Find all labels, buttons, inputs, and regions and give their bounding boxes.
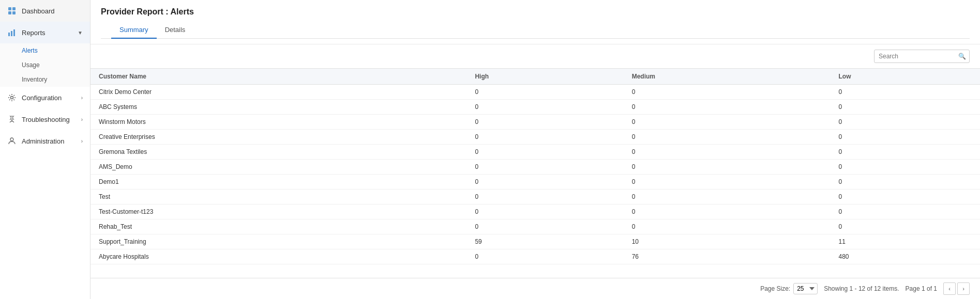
pagination-next-button[interactable]: ›	[957, 282, 970, 295]
table-row: Test000	[91, 190, 980, 204]
cell-customer-name: Citrix Demo Center	[91, 85, 466, 100]
table-row: Demo1000	[91, 175, 980, 190]
troubleshooting-chevron: ›	[81, 117, 83, 122]
svg-rect-1	[12, 7, 16, 10]
content-area: 🔍 Customer Name High Medium Low Citrix D…	[91, 44, 980, 299]
troubleshooting-label: Troubleshooting	[22, 116, 76, 123]
table-row: Rehab_Test000	[91, 219, 980, 234]
table-footer: Page Size: 25 10 50 100 Showing 1 - 12 o…	[91, 278, 980, 299]
cell-low: 0	[830, 190, 980, 204]
col-low: Low	[830, 69, 980, 85]
sidebar-item-reports[interactable]: Reports ▼	[0, 22, 90, 43]
tab-details[interactable]: Details	[157, 22, 194, 39]
svg-rect-0	[8, 7, 11, 10]
cell-medium: 0	[624, 85, 831, 100]
search-input[interactable]	[874, 50, 970, 63]
cell-high: 0	[466, 115, 623, 130]
cell-low: 11	[830, 234, 980, 249]
col-high: High	[466, 69, 623, 85]
troubleshooting-icon	[7, 115, 17, 124]
svg-point-8	[10, 138, 13, 141]
cell-high: 0	[466, 190, 623, 204]
cell-customer-name: Abycare Hospitals	[91, 249, 466, 264]
cell-high[interactable]: 0	[466, 204, 623, 219]
table-row: ABC Systems000	[91, 100, 980, 115]
col-customer-name: Customer Name	[91, 69, 466, 85]
table-row: Gremona Textiles000	[91, 145, 980, 160]
pagination-page: Page 1 of 1	[906, 285, 937, 292]
page-size-select[interactable]: 25 10 50 100	[793, 283, 818, 294]
sidebar-item-inventory[interactable]: Inventory	[0, 72, 90, 87]
cell-low: 0	[830, 219, 980, 234]
sidebar: Dashboard Reports ▼ Alerts Usage Invento…	[0, 0, 91, 299]
sidebar-item-configuration[interactable]: Configuration ›	[0, 87, 90, 108]
table-row: Abycare Hospitals076480	[91, 249, 980, 264]
search-input-wrap: 🔍	[874, 50, 970, 63]
page-size-wrap: Page Size: 25 10 50 100	[760, 283, 818, 294]
cell-medium: 0	[624, 100, 831, 115]
table-row: AMS_Demo000	[91, 160, 980, 175]
page-title: Provider Report : Alerts	[101, 7, 194, 16]
svg-point-7	[11, 97, 13, 99]
cell-medium: 0	[624, 160, 831, 175]
sidebar-item-usage[interactable]: Usage	[0, 58, 90, 72]
configuration-chevron: ›	[81, 95, 83, 101]
svg-rect-3	[12, 11, 16, 14]
cell-low: 480	[830, 249, 980, 264]
cell-low: 0	[830, 115, 980, 130]
reports-label: Reports	[22, 29, 72, 37]
cell-customer-name: Winstorm Motors	[91, 115, 466, 130]
pagination-info: Showing 1 - 12 of 12 items.	[824, 285, 899, 292]
table-row: Creative Enterprises000	[91, 130, 980, 145]
cell-high[interactable]: 0	[466, 145, 623, 160]
cell-customer-name: Creative Enterprises	[91, 130, 466, 145]
cell-low: 0	[830, 85, 980, 100]
pagination-buttons: ‹ ›	[943, 282, 970, 295]
table-row: Test-Customer-t123000	[91, 204, 980, 219]
cell-high[interactable]: 0	[466, 219, 623, 234]
cell-low: 0	[830, 145, 980, 160]
svg-rect-6	[13, 29, 15, 36]
svg-rect-4	[8, 33, 10, 36]
cell-low: 0	[830, 130, 980, 145]
cell-customer-name: Rehab_Test	[91, 219, 466, 234]
table-header-row: Customer Name High Medium Low	[91, 69, 980, 85]
sidebar-item-alerts[interactable]: Alerts	[0, 43, 90, 58]
sidebar-item-administration[interactable]: Administration ›	[0, 130, 90, 152]
cell-medium: 0	[624, 175, 831, 190]
reports-icon	[7, 28, 17, 37]
cell-high[interactable]: 0	[466, 175, 623, 190]
administration-icon	[7, 136, 17, 146]
dashboard-icon	[7, 6, 17, 15]
data-table: Customer Name High Medium Low Citrix Dem…	[91, 68, 980, 264]
cell-medium[interactable]: 0	[624, 204, 831, 219]
reports-chevron: ▼	[78, 30, 83, 36]
cell-low: 0	[830, 100, 980, 115]
tab-summary[interactable]: Summary	[111, 22, 157, 39]
cell-medium[interactable]: 0	[624, 130, 831, 145]
sidebar-item-troubleshooting[interactable]: Troubleshooting ›	[0, 108, 90, 130]
administration-label: Administration	[22, 137, 76, 145]
administration-chevron: ›	[81, 138, 83, 144]
cell-high: 0	[466, 85, 623, 100]
pagination-prev-button[interactable]: ‹	[943, 282, 956, 295]
table-row: Citrix Demo Center000	[91, 85, 980, 100]
configuration-label: Configuration	[22, 94, 76, 102]
cell-high: 0	[466, 160, 623, 175]
cell-low: 0	[830, 160, 980, 175]
cell-high[interactable]: 0	[466, 100, 623, 115]
col-medium: Medium	[624, 69, 831, 85]
table-row: Winstorm Motors000	[91, 115, 980, 130]
search-icon: 🔍	[958, 53, 966, 60]
cell-customer-name: Gremona Textiles	[91, 145, 466, 160]
sidebar-item-dashboard[interactable]: Dashboard	[0, 0, 90, 22]
svg-rect-2	[8, 11, 11, 14]
page-header: Provider Report : Alerts Summary Details	[91, 0, 980, 44]
cell-medium: 0	[624, 115, 831, 130]
cell-medium: 10	[624, 234, 831, 249]
cell-high: 0	[466, 249, 623, 264]
table-row: Support_Training591011	[91, 234, 980, 249]
cell-customer-name: ABC Systems	[91, 100, 466, 115]
configuration-icon	[7, 93, 17, 102]
dashboard-label: Dashboard	[22, 7, 83, 15]
